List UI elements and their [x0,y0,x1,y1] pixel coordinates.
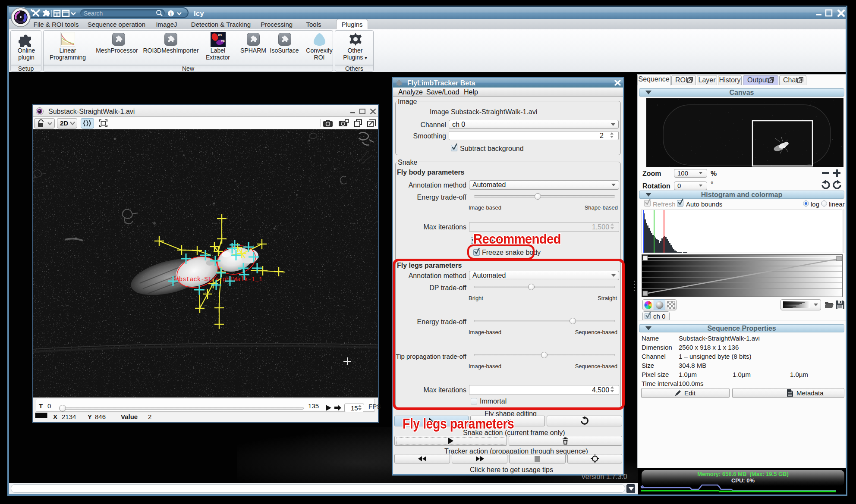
svg-text:#6: #6 [221,39,225,43]
svg-text:#9: #9 [218,33,222,37]
svg-text:i: i [170,10,172,17]
svg-text:Substack-StraightWalk-1_1: Substack-StraightWalk-1_1 [172,276,262,283]
